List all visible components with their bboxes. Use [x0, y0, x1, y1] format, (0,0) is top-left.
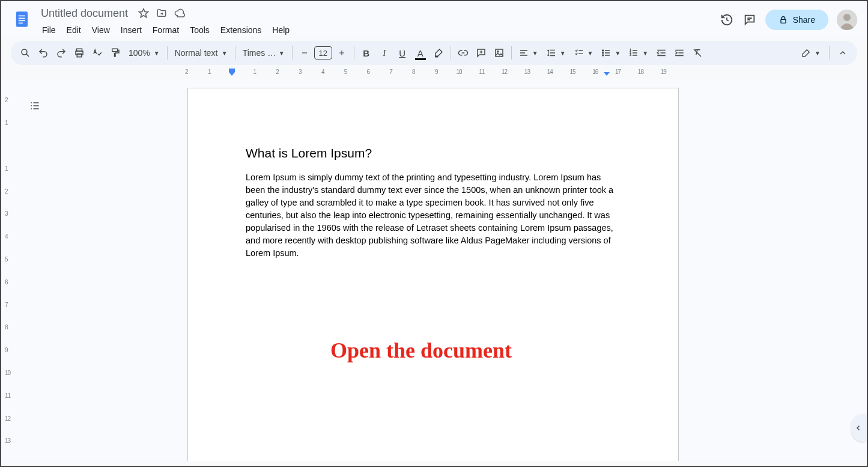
separator — [511, 46, 512, 60]
chevron-down-icon: ▼ — [222, 50, 228, 56]
lock-icon — [778, 15, 788, 25]
paragraph-style-dropdown[interactable]: Normal text▼ — [171, 44, 231, 61]
bulleted-list-dropdown[interactable]: ▼ — [598, 44, 624, 61]
document-body[interactable]: Lorem Ipsum is simply dummy text of the … — [246, 171, 621, 260]
font-family-dropdown[interactable]: Times …▼ — [239, 44, 288, 61]
account-avatar[interactable] — [837, 10, 857, 30]
docs-logo[interactable] — [11, 7, 35, 31]
svg-text:3: 3 — [630, 53, 632, 56]
star-icon[interactable] — [138, 7, 150, 19]
svg-rect-2 — [19, 18, 25, 19]
page[interactable]: What is Lorem Ipsum? Lorem Ipsum is simp… — [187, 88, 679, 461]
chevron-down-icon: ▼ — [560, 50, 566, 56]
chevron-down-icon: ▼ — [279, 50, 285, 56]
svg-point-17 — [602, 52, 604, 53]
cloud-status-icon[interactable] — [174, 7, 186, 19]
menu-help[interactable]: Help — [267, 23, 294, 37]
collapse-toolbar-icon[interactable] — [834, 44, 851, 61]
chevron-down-icon: ▼ — [154, 50, 160, 56]
underline-icon[interactable]: U — [394, 44, 411, 61]
chevron-down-icon: ▼ — [587, 50, 593, 56]
svg-point-15 — [497, 51, 498, 52]
insert-image-icon[interactable] — [491, 44, 508, 61]
clear-formatting-icon[interactable] — [689, 44, 706, 61]
separator — [354, 46, 354, 60]
app-header: Untitled document File Edit View Insert … — [1, 1, 867, 37]
separator — [451, 46, 451, 60]
line-spacing-dropdown[interactable]: ▼ — [543, 44, 569, 61]
svg-point-16 — [602, 50, 604, 51]
history-icon[interactable] — [720, 13, 734, 27]
style-value: Normal text — [175, 48, 218, 58]
title-area: Untitled document File Edit View Insert … — [37, 5, 720, 37]
document-heading[interactable]: What is Lorem Ipsum? — [246, 146, 621, 160]
decrease-indent-icon[interactable] — [653, 44, 670, 61]
separator — [167, 46, 168, 60]
content-area: 2112345678910111213 What is Lorem Ipsum?… — [1, 79, 867, 461]
header-actions: Share — [720, 10, 857, 30]
separator — [235, 46, 235, 60]
svg-rect-6 — [781, 19, 786, 23]
search-menus-icon[interactable] — [17, 44, 34, 61]
menu-view[interactable]: View — [87, 23, 115, 37]
horizontal-ruler[interactable]: 2112345678910111213141516171819 — [15, 67, 867, 77]
svg-point-8 — [843, 14, 851, 21]
toolbar-container: 100%▼ Normal text▼ Times …▼ 12 B I U A ▼… — [1, 37, 867, 65]
chevron-down-icon: ▼ — [642, 50, 648, 56]
vertical-ruler[interactable]: 2112345678910111213 — [1, 79, 15, 461]
text-color-icon[interactable]: A — [412, 44, 429, 61]
svg-marker-24 — [604, 72, 610, 76]
highlight-icon[interactable] — [430, 44, 447, 61]
chevron-down-icon: ▼ — [532, 50, 538, 56]
increase-indent-icon[interactable] — [671, 44, 688, 61]
svg-point-9 — [22, 49, 27, 55]
paint-format-icon[interactable] — [107, 44, 124, 61]
horizontal-ruler-row: 2112345678910111213141516171819 — [1, 67, 867, 79]
svg-rect-23 — [229, 69, 235, 72]
menu-bar: File Edit View Insert Format Tools Exten… — [37, 23, 720, 37]
svg-rect-1 — [19, 16, 25, 17]
toolbar: 100%▼ Normal text▼ Times …▼ 12 B I U A ▼… — [11, 41, 857, 65]
share-button[interactable]: Share — [765, 10, 828, 30]
svg-rect-14 — [496, 49, 503, 56]
chevron-down-icon: ▼ — [815, 50, 821, 56]
increase-font-icon[interactable] — [333, 44, 350, 61]
svg-marker-22 — [229, 72, 235, 76]
menu-file[interactable]: File — [37, 23, 61, 37]
separator — [829, 46, 830, 60]
menu-extensions[interactable]: Extensions — [216, 23, 266, 37]
svg-rect-0 — [16, 11, 28, 27]
spellcheck-icon[interactable] — [89, 44, 106, 61]
zoom-value: 100% — [129, 48, 150, 58]
print-icon[interactable] — [71, 44, 88, 61]
decrease-font-icon[interactable] — [296, 44, 313, 61]
align-dropdown[interactable]: ▼ — [515, 44, 542, 61]
font-value: Times … — [243, 48, 276, 58]
menu-edit[interactable]: Edit — [62, 23, 86, 37]
italic-icon[interactable]: I — [376, 44, 393, 61]
add-comment-icon[interactable] — [473, 44, 490, 61]
numbered-list-dropdown[interactable]: 123▼ — [625, 44, 652, 61]
bold-icon[interactable]: B — [358, 44, 375, 61]
svg-point-18 — [602, 55, 604, 56]
menu-format[interactable]: Format — [148, 23, 184, 37]
insert-link-icon[interactable] — [455, 44, 472, 61]
document-canvas[interactable]: What is Lorem Ipsum? Lorem Ipsum is simp… — [15, 79, 867, 461]
comments-icon[interactable] — [742, 13, 757, 27]
redo-icon[interactable] — [53, 44, 70, 61]
document-title[interactable]: Untitled document — [37, 6, 132, 21]
editing-mode-dropdown[interactable]: ▼ — [798, 44, 824, 61]
move-folder-icon[interactable] — [156, 7, 168, 19]
menu-tools[interactable]: Tools — [185, 23, 214, 37]
svg-rect-3 — [19, 20, 25, 22]
chevron-down-icon: ▼ — [615, 50, 621, 56]
share-label: Share — [793, 15, 815, 25]
zoom-dropdown[interactable]: 100%▼ — [125, 44, 163, 61]
svg-rect-4 — [19, 23, 23, 24]
svg-rect-13 — [112, 49, 118, 52]
undo-icon[interactable] — [35, 44, 52, 61]
checklist-dropdown[interactable]: ▼ — [571, 44, 597, 61]
font-size-input[interactable]: 12 — [314, 46, 332, 60]
document-outline-icon[interactable] — [26, 97, 43, 114]
menu-insert[interactable]: Insert — [116, 23, 147, 37]
